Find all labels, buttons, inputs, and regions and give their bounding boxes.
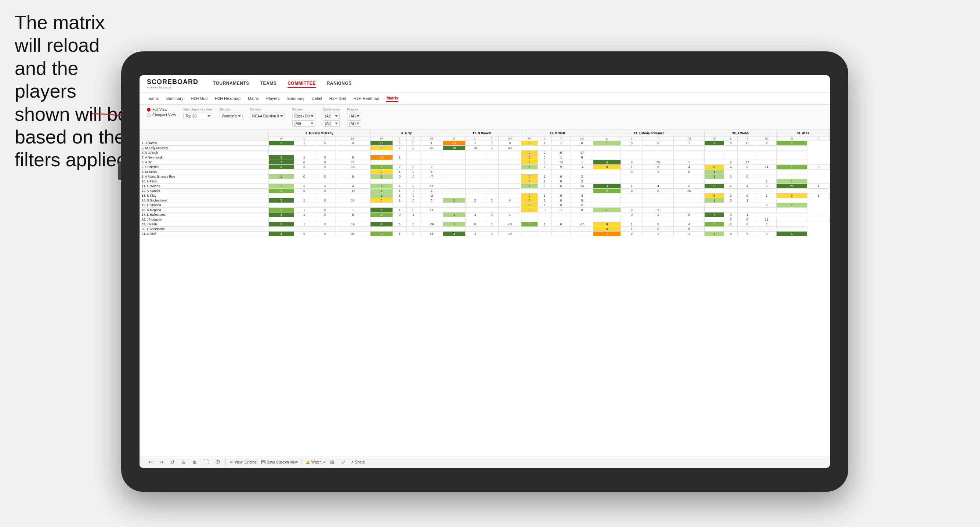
data-cell <box>674 194 705 198</box>
data-cell: 0 <box>485 198 498 203</box>
compact-view-option[interactable]: Compact View <box>147 113 176 117</box>
grid-btn[interactable]: ⊞ <box>329 459 336 466</box>
data-cell <box>738 208 757 213</box>
table-row: 14. S Srichantamit31014010512040105101 <box>140 198 830 203</box>
players-all-select[interactable]: (All) <box>347 121 361 127</box>
data-cell <box>443 184 466 189</box>
gender-select[interactable]: Women's <box>220 113 243 119</box>
data-cell: 0 <box>294 174 315 179</box>
data-cell <box>393 160 406 165</box>
sub-nav-h2h-grid[interactable]: H2H Grid <box>191 95 207 102</box>
save-custom-view-btn[interactable]: 💾 Save Custom View <box>261 460 298 464</box>
sub-nav-matrix2[interactable]: Matrix <box>386 95 398 102</box>
data-cell: 0 <box>738 174 757 179</box>
data-cell: 0 <box>485 141 498 146</box>
max-players-select[interactable]: Top 25 <box>183 113 212 119</box>
data-cell: 13 <box>738 160 757 165</box>
data-cell: 0 <box>643 227 673 232</box>
share-icon: ↗ <box>351 460 353 464</box>
nav-committee[interactable]: COMMITTEE <box>288 79 316 88</box>
data-cell <box>370 227 393 232</box>
expand-btn[interactable]: ⤢ <box>340 459 347 466</box>
data-cell <box>499 155 522 160</box>
full-view-radio[interactable] <box>147 108 151 111</box>
sub-nav-summary2[interactable]: Summary <box>287 95 304 102</box>
data-cell <box>466 165 485 170</box>
sub-nav-summary[interactable]: Summary <box>166 95 183 102</box>
data-cell: 1 <box>393 189 406 194</box>
data-cell <box>315 194 336 198</box>
data-cell <box>393 179 406 184</box>
sub-nav-matrix[interactable]: Matrix <box>248 95 259 102</box>
region-all-select[interactable]: (All) <box>292 121 315 127</box>
matrix-area[interactable]: 2. M Kelly Mulcahy 6. A Dy 11. G Woods 2… <box>140 130 830 456</box>
sub-h-l7: L <box>807 137 830 141</box>
view-original-btn[interactable]: 👁 View: Original <box>229 460 258 464</box>
sub-nav-h2h-grid2[interactable]: H2H Grid <box>329 95 346 102</box>
zoom-out-btn[interactable]: ⊖ <box>180 459 187 466</box>
data-cell: 1 <box>521 165 538 170</box>
data-cell: 0 <box>315 213 336 217</box>
nav-teams[interactable]: TEAMS <box>260 79 277 88</box>
data-cell <box>593 151 620 155</box>
nav-rankings[interactable]: RANKINGS <box>327 79 352 88</box>
refresh-btn[interactable]: ↺ <box>169 459 176 466</box>
data-cell <box>724 179 738 184</box>
players-filter: Players (All) (All) <box>347 108 361 127</box>
full-view-option[interactable]: Full View <box>147 108 176 111</box>
data-cell <box>466 227 485 232</box>
share-btn[interactable]: ↗ Share <box>351 460 365 464</box>
sub-nav-h2h-heatmap[interactable]: H2H Heatmap <box>215 95 240 102</box>
data-cell: 20 <box>776 184 807 189</box>
compact-view-radio[interactable] <box>147 113 151 117</box>
sub-h-l6: L <box>724 137 738 141</box>
sub-nav-detail[interactable]: Detail <box>312 95 322 102</box>
fit-btn[interactable]: ⛶ <box>202 459 210 466</box>
data-cell <box>705 151 724 155</box>
data-cell <box>620 151 643 155</box>
data-cell: 1 <box>620 222 643 227</box>
data-cell: 1 <box>538 174 551 179</box>
data-cell <box>776 217 807 222</box>
conference-select[interactable]: (All) <box>323 113 340 119</box>
data-cell: 0 <box>315 198 336 203</box>
players-select[interactable]: (All) <box>347 113 361 119</box>
data-cell <box>593 198 620 203</box>
sub-nav-teams[interactable]: Teams <box>147 95 159 102</box>
data-cell: -2 <box>420 194 443 198</box>
data-cell: 1 <box>466 213 485 217</box>
data-cell <box>485 227 498 232</box>
player-name-cell: 6. A Dy <box>140 160 269 165</box>
data-cell: 0 <box>757 232 776 237</box>
data-cell <box>738 227 757 232</box>
data-cell: 11 <box>571 203 593 208</box>
data-cell: 0 <box>738 222 757 227</box>
data-cell: 1 <box>336 208 370 213</box>
data-cell: 0 <box>466 222 485 227</box>
conference-all-select[interactable]: (All) <box>323 121 340 127</box>
data-cell <box>593 194 620 198</box>
data-cell: 3 <box>807 165 830 170</box>
undo-btn[interactable]: ↩ <box>147 459 154 466</box>
data-cell: 2 <box>724 222 738 227</box>
watch-btn[interactable]: 🔔 Watch ▾ <box>305 460 325 464</box>
data-cell: 0 <box>724 232 738 237</box>
division-select[interactable]: NCAA Division II <box>250 113 285 119</box>
data-cell: 4 <box>674 165 705 170</box>
redo-btn[interactable]: ↪ <box>158 459 165 466</box>
division-filter: Division NCAA Division II <box>250 108 285 119</box>
sub-nav-players[interactable]: Players <box>266 95 280 102</box>
data-cell: 1 <box>738 213 757 217</box>
data-cell <box>521 170 538 174</box>
data-cell: 6 <box>336 213 370 217</box>
zoom-in-btn[interactable]: ⊕ <box>191 459 198 466</box>
data-cell <box>499 217 522 222</box>
region-label: Region <box>292 108 315 111</box>
data-cell: 7 <box>705 213 724 217</box>
data-cell: 0 <box>406 165 420 170</box>
region-select[interactable]: East - DII <box>292 113 315 119</box>
data-cell <box>738 189 757 194</box>
clock-btn[interactable]: ⏱ <box>214 459 222 466</box>
sub-nav-h2h-heatmap2[interactable]: H2H Heatmap <box>353 95 379 102</box>
nav-tournaments[interactable]: TOURNAMENTS <box>213 79 249 88</box>
